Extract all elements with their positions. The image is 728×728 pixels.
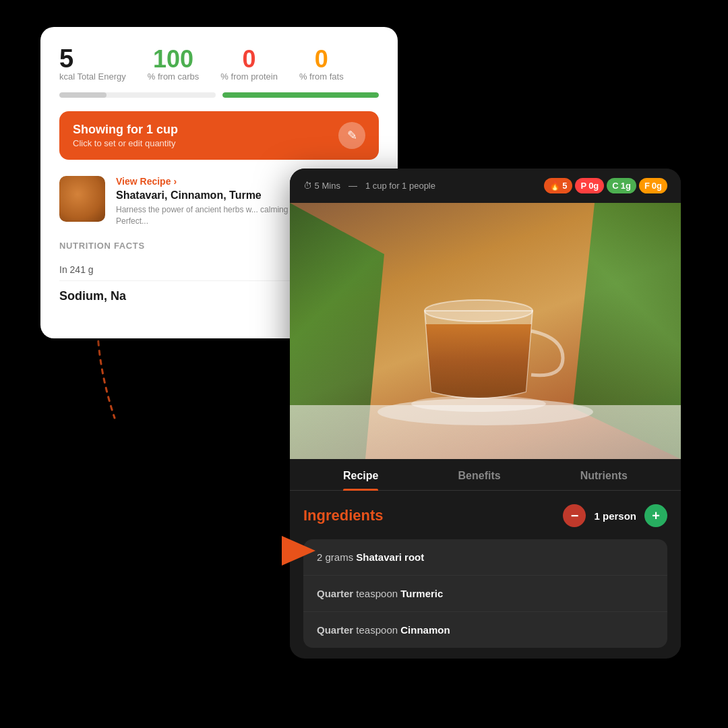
recipe-image xyxy=(290,203,681,459)
quantity-title: Showing for 1 cup xyxy=(73,123,178,137)
nutrition-in-label: In 241 g xyxy=(59,264,94,275)
view-recipe-label: View Recipe xyxy=(116,176,171,187)
ingredients-list: 2 grams Shatavari root Quarter teaspoon … xyxy=(303,539,667,648)
tab-benefits[interactable]: Benefits xyxy=(458,470,501,490)
tab-recipe[interactable]: Recipe xyxy=(343,470,378,490)
ingredient-3-qty: Quarter teaspoon xyxy=(317,624,400,636)
edit-icon: ✎ xyxy=(347,128,357,143)
carb-letter: C xyxy=(612,181,618,191)
fat-value: 0g xyxy=(652,181,662,191)
chevron-right-icon: › xyxy=(173,176,177,187)
progress-bar-2 xyxy=(222,92,379,98)
progress-bars xyxy=(59,92,379,98)
tabs-row: Recipe Benefits Nutrients xyxy=(290,459,681,491)
front-card: ⏱ 5 Mins — 1 cup for 1 people 🔥 5 P 0g C… xyxy=(290,169,681,659)
macro-fat: 0 % from fats xyxy=(299,47,344,82)
quantity-subtitle: Click to set or edit quantity xyxy=(73,138,178,148)
tab-nutrients-label: Nutrients xyxy=(580,470,628,481)
tea-cup-svg xyxy=(377,230,593,432)
ingredients-title: Ingredients xyxy=(303,507,384,524)
tab-benefits-label: Benefits xyxy=(458,470,501,481)
macro-pill-carb: C 1g xyxy=(607,178,636,193)
macro-fat-value: 0 xyxy=(315,47,328,71)
time-label: ⏱ 5 Mins xyxy=(303,181,340,191)
macro-fat-label: % from fats xyxy=(299,71,344,82)
tab-recipe-label: Recipe xyxy=(343,470,378,481)
macro-protein-label: % from protein xyxy=(220,71,278,82)
decrease-serving-button[interactable]: − xyxy=(563,504,586,527)
fire-icon: 🔥 xyxy=(549,181,560,191)
ingredient-item-2: Quarter teaspoon Turmeric xyxy=(303,576,667,612)
ingredients-header: Ingredients − 1 person + xyxy=(303,504,667,527)
quantity-banner[interactable]: Showing for 1 cup Click to set or edit q… xyxy=(59,111,379,160)
fat-letter: F xyxy=(644,181,650,191)
edit-quantity-button[interactable]: ✎ xyxy=(338,122,365,149)
progress-fill-2 xyxy=(222,92,379,98)
separator: — xyxy=(348,181,357,191)
serving-control: − 1 person + xyxy=(563,504,667,527)
macro-carbs-value: 100 xyxy=(153,47,193,71)
ingredient-item-1: 2 grams Shatavari root xyxy=(303,539,667,576)
front-card-header: ⏱ 5 Mins — 1 cup for 1 people 🔥 5 P 0g C… xyxy=(290,169,681,203)
ingredient-3-name: Cinnamon xyxy=(400,624,450,636)
recipe-thumbnail xyxy=(59,176,105,222)
ingredient-item-3: Quarter teaspoon Cinnamon xyxy=(303,612,667,648)
macro-carbs-label: % from carbs xyxy=(148,71,200,82)
minus-icon: − xyxy=(571,508,579,524)
ingredient-2-qty: Quarter teaspoon xyxy=(317,588,400,599)
ingredients-section: Ingredients − 1 person + 2 grams Shatava… xyxy=(290,491,681,648)
serving-count: 1 person xyxy=(594,510,636,522)
svg-point-3 xyxy=(425,300,533,322)
calories-value: 5 xyxy=(562,181,567,191)
protein-value: 0g xyxy=(588,181,599,191)
macro-protein-value: 0 xyxy=(243,47,256,71)
ingredient-2-name: Turmeric xyxy=(400,588,443,599)
protein-letter: P xyxy=(580,181,586,191)
energy-label: kcal Total Energy xyxy=(59,71,126,82)
recipe-thumb-image xyxy=(59,176,105,222)
ingredient-1-name: Shatavari root xyxy=(356,551,424,563)
energy-kcal-block: 5 kcal Total Energy xyxy=(59,46,126,82)
increase-serving-button[interactable]: + xyxy=(644,504,667,527)
energy-row: 5 kcal Total Energy 100 % from carbs 0 %… xyxy=(59,46,379,82)
serve-label: 1 cup for 1 people xyxy=(365,181,435,191)
tea-cup-visual xyxy=(290,203,681,459)
quantity-text: Showing for 1 cup Click to set or edit q… xyxy=(73,123,178,148)
header-time-serve: ⏱ 5 Mins — 1 cup for 1 people xyxy=(303,181,435,191)
macros-pills: 🔥 5 P 0g C 1g F 0g xyxy=(544,178,667,193)
tab-nutrients[interactable]: Nutrients xyxy=(580,470,628,490)
ingredient-1-qty: 2 grams xyxy=(317,551,356,563)
carb-value: 1g xyxy=(621,181,631,191)
macro-pill-calories: 🔥 5 xyxy=(544,178,572,193)
macro-protein: 0 % from protein xyxy=(220,47,278,82)
sodium-label: Sodium, Na xyxy=(59,289,126,303)
macro-pill-protein: P 0g xyxy=(575,178,604,193)
energy-number: 5 xyxy=(59,46,73,71)
macro-carbs: 100 % from carbs xyxy=(148,47,200,82)
progress-fill-1 xyxy=(59,92,107,98)
macro-pill-fat: F 0g xyxy=(639,178,667,193)
progress-bar-1 xyxy=(59,92,216,98)
plus-icon: + xyxy=(652,508,660,524)
